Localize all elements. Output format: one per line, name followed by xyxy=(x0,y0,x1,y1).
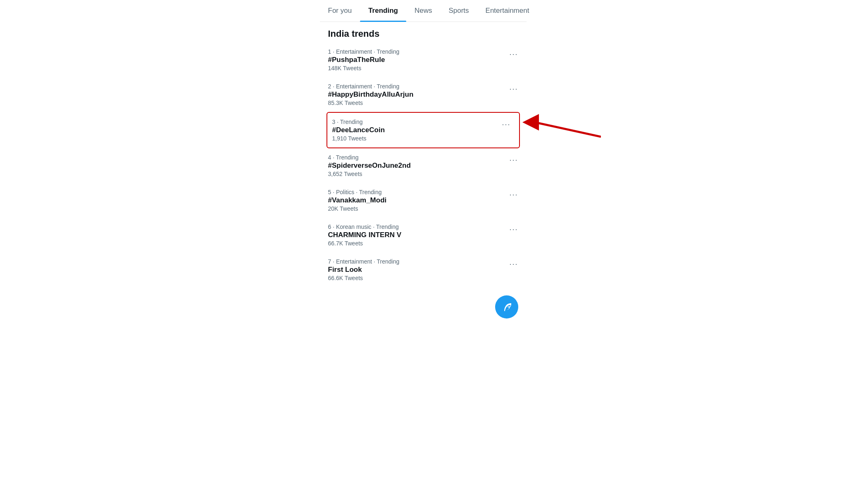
svg-marker-1 xyxy=(522,114,539,131)
trend-name-3: #DeeLanceCoin xyxy=(332,126,514,134)
more-button-7[interactable]: ··· xyxy=(508,258,520,270)
main-container: For you Trending News Sports Entertainme… xyxy=(320,0,527,504)
fab-area xyxy=(320,287,527,327)
compose-button[interactable] xyxy=(495,295,518,319)
trend-count-1: 148K Tweets xyxy=(328,65,518,71)
trend-name-1: #PushpaTheRule xyxy=(328,56,518,64)
more-button-5[interactable]: ··· xyxy=(508,189,520,201)
trend-count-7: 66.6K Tweets xyxy=(328,275,518,281)
trend-name-2: #HappyBirthdayAlluArjun xyxy=(328,90,518,99)
trend-item-1[interactable]: 1 · Entertainment · Trending #PushpaTheR… xyxy=(320,43,527,77)
trend-item-4[interactable]: 4 · Trending #SpiderverseOnJune2nd 3,652… xyxy=(320,148,527,183)
trend-count-6: 66.7K Tweets xyxy=(328,240,518,247)
tab-news[interactable]: News xyxy=(406,0,441,21)
trend-meta-4: 4 · Trending xyxy=(328,154,518,161)
trend-meta-6: 6 · Korean music · Trending xyxy=(328,223,518,230)
tab-sports[interactable]: Sports xyxy=(440,0,477,21)
trend-count-3: 1,910 Tweets xyxy=(332,135,514,142)
more-button-2[interactable]: ··· xyxy=(508,83,520,95)
trend-meta-3: 3 · Trending xyxy=(332,119,514,125)
trend-item-7[interactable]: 7 · Entertainment · Trending First Look … xyxy=(320,252,527,287)
svg-line-0 xyxy=(535,122,601,137)
trends-list: 1 · Entertainment · Trending #PushpaTheR… xyxy=(320,43,527,287)
trend-item-6[interactable]: 6 · Korean music · Trending CHARMING INT… xyxy=(320,218,527,252)
trend-meta-2: 2 · Entertainment · Trending xyxy=(328,83,518,90)
tab-entertainment[interactable]: Entertainment xyxy=(477,0,538,21)
more-button-3[interactable]: ··· xyxy=(500,119,512,131)
tab-navigation: For you Trending News Sports Entertainme… xyxy=(320,0,527,22)
trend-meta-7: 7 · Entertainment · Trending xyxy=(328,258,518,265)
trend-name-7: First Look xyxy=(328,266,518,274)
section-title: India trends xyxy=(320,22,527,43)
trend-name-6: CHARMING INTERN V xyxy=(328,231,518,239)
tab-trending[interactable]: Trending xyxy=(360,0,406,21)
trend-meta-5: 5 · Politics · Trending xyxy=(328,189,518,195)
tab-for-you[interactable]: For you xyxy=(320,0,360,21)
trend-item-5[interactable]: 5 · Politics · Trending #Vanakkam_Modi 2… xyxy=(320,183,527,218)
more-button-4[interactable]: ··· xyxy=(508,154,520,166)
trend-count-4: 3,652 Tweets xyxy=(328,171,518,177)
compose-icon xyxy=(502,302,512,312)
trend-count-5: 20K Tweets xyxy=(328,205,518,212)
trend-name-4: #SpiderverseOnJune2nd xyxy=(328,162,518,170)
trend-meta-1: 1 · Entertainment · Trending xyxy=(328,48,518,55)
annotation-arrow xyxy=(518,104,601,145)
more-button-1[interactable]: ··· xyxy=(508,48,520,60)
trend-item-3[interactable]: 3 · Trending #DeeLanceCoin 1,910 Tweets … xyxy=(326,112,520,148)
more-button-6[interactable]: ··· xyxy=(508,223,520,235)
trend-name-5: #Vanakkam_Modi xyxy=(328,196,518,204)
trend-item-2[interactable]: 2 · Entertainment · Trending #HappyBirth… xyxy=(320,77,527,112)
trend-count-2: 85.3K Tweets xyxy=(328,100,518,106)
